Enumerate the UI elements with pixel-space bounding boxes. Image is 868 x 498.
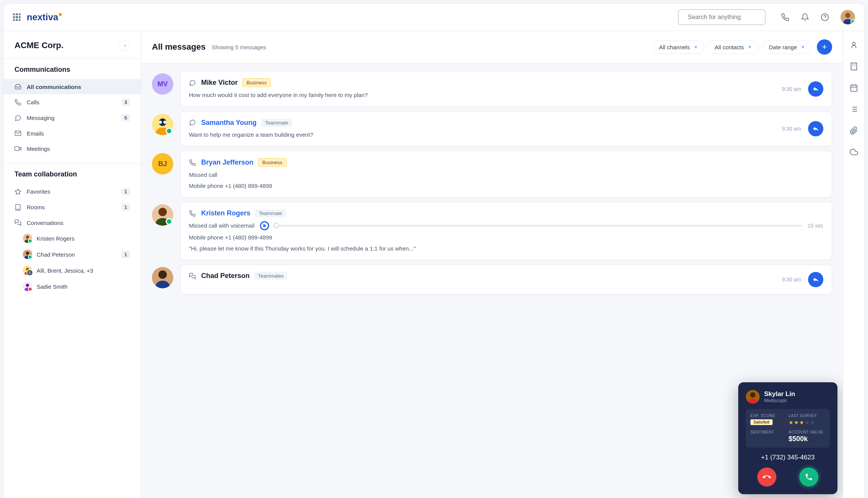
sidebar-item-rooms[interactable]: Rooms 1 [4,199,141,215]
tag-teammate: Teammate [261,119,292,127]
reply-button[interactable] [808,81,823,97]
page-subtitle: Showing 5 messages [212,44,649,50]
accept-call-button[interactable] [799,467,818,487]
sender-name: Chad Peterson [201,272,250,280]
message-text: Missed call [189,171,823,179]
svg-marker-9 [15,189,21,194]
attachment-icon[interactable] [850,126,858,135]
chevron-down-icon: ▼ [748,45,752,49]
sidebar-item-all-communications[interactable]: All communications [4,79,141,94]
filter-date-range[interactable]: Date range▼ [762,40,812,54]
building-icon[interactable] [850,62,858,71]
message-row[interactable]: BJ Bryan Jefferson Business Missed call … [152,151,832,197]
org-name: ACME Corp. [15,40,63,50]
user-avatar[interactable] [841,10,855,24]
list-icon[interactable] [850,105,858,113]
contact-icon[interactable] [850,41,858,49]
conversation-label: Kristen Rogers [37,235,130,242]
conversation-sadie-smith[interactable]: Sadie Smith [4,278,141,294]
avatar [23,250,32,259]
account-value: $500k [789,435,825,443]
message-row[interactable]: Chad Peterson Teammates 9:30 am [152,265,832,294]
voicemail-duration: 15 sec [808,223,823,229]
conversation-chad-peterson[interactable]: Chad Peterson 1 [4,246,141,262]
svg-rect-8 [15,147,19,151]
conversations-icon [15,219,21,226]
sidebar-item-calls[interactable]: Calls 3 [4,94,141,110]
phone-icon [189,210,196,217]
topbar: nextiva [4,4,864,31]
phone-icon [15,99,21,106]
phone-number: Mobile phone +1 (480) 899-4899 [189,182,823,191]
sidebar-item-label: Calls [27,99,121,105]
reply-button[interactable] [808,272,823,287]
message-time: 9:30 am [782,126,801,132]
avatar [152,267,173,288]
communications-heading: Communications [4,66,141,79]
play-button[interactable] [260,221,269,230]
tag-business: Business [242,78,271,87]
building-icon [15,204,21,211]
message-row[interactable]: Samantha Young Teammate Want to help me … [152,112,832,147]
search-input[interactable] [688,14,764,21]
sidebar-item-emails[interactable]: Emails [4,126,141,141]
filter-contacts[interactable]: All contacts▼ [708,40,758,54]
sidebar-item-meetings[interactable]: Meetings [4,141,141,156]
help-icon[interactable] [821,13,829,21]
decline-call-button[interactable] [757,467,776,487]
conversation-kristen-rogers[interactable]: Kristen Rogers [4,230,141,246]
voicemail-label: Missed call with voicemail [189,222,255,230]
calendar-icon[interactable] [850,84,858,92]
bell-icon[interactable] [801,13,809,21]
svg-point-5 [845,13,850,18]
message-row[interactable]: MV Mike Victor Business How much would i… [152,71,832,107]
conversations-icon [189,273,196,280]
phone-icon [189,159,196,166]
svg-point-31 [158,208,167,216]
phone-number: Mobile phone +1 (480) 899-4899 [189,233,823,242]
sender-name[interactable]: Samantha Young [201,119,257,127]
sidebar-item-label: Conversations [27,220,130,226]
message-time: 9:30 am [782,276,801,283]
voicemail-scrubber[interactable] [274,225,802,226]
sidebar: ACME Corp. ‹ Communications All communic… [4,31,141,498]
collapse-sidebar-button[interactable]: ‹ [119,40,130,51]
avatar [152,204,173,226]
star-icon [15,188,21,195]
caller-name: Skylar Lin [764,390,795,398]
reply-button[interactable] [808,121,823,136]
sender-name: Mike Victor [201,79,238,87]
last-survey-label: LAST SURVEY [789,414,825,418]
video-icon [15,145,21,152]
sidebar-item-conversations[interactable]: Conversations [4,215,141,230]
conversation-label: Sadie Smith [37,283,130,290]
count-badge: 1 [121,188,130,195]
search-box[interactable] [678,9,766,25]
new-message-button[interactable]: + [817,39,832,55]
app-launcher-icon[interactable] [13,13,21,21]
caller-avatar [746,390,760,404]
conversation-group[interactable]: Alli, Brent, Jessica, +3 [4,262,141,278]
sender-name[interactable]: Kristen Rogers [201,209,250,217]
avatar: BJ [152,153,173,175]
sidebar-item-label: Meetings [27,146,130,152]
sidebar-item-favorites[interactable]: Favorites 1 [4,184,141,199]
voicemail-transcript: "Hi, please let me know if this Thursday… [189,244,823,253]
inbox-icon [15,83,21,90]
sender-name[interactable]: Bryan Jefferson [201,158,253,167]
sidebar-item-label: Emails [27,130,130,137]
svg-rect-10 [16,204,20,210]
team-collaboration-heading: Team collaboration [4,170,141,184]
brand-logo: nextiva [27,12,62,23]
cloud-icon[interactable] [850,148,858,156]
svg-point-39 [852,42,855,45]
message-row[interactable]: Kristen Rogers Teammate Missed call with… [152,202,832,260]
sidebar-item-label: Messaging [27,115,121,121]
chevron-down-icon: ▼ [801,45,805,49]
avatar [23,234,32,243]
filter-channels[interactable]: All channels▼ [653,40,705,54]
sidebar-item-messaging[interactable]: Messaging 5 [4,110,141,126]
phone-icon[interactable] [781,13,789,21]
svg-point-34 [158,270,167,279]
svg-point-14 [26,236,29,239]
